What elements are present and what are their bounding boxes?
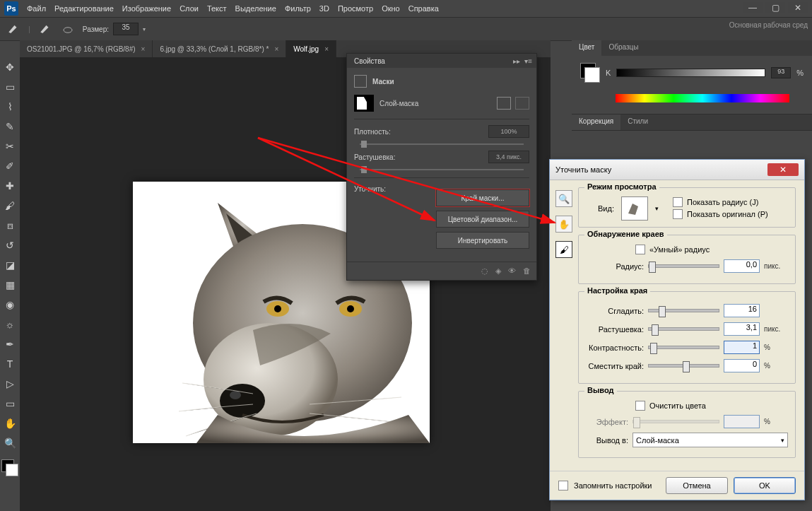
smart-radius-checkbox[interactable] [635,245,645,254]
zoom-tool[interactable]: 🔍 [2,435,18,451]
smooth-slider[interactable] [648,309,719,312]
menu-3d[interactable]: 3D [319,4,329,13]
brush-preset-icon[interactable] [37,23,53,35]
menu-image[interactable]: Изображение [122,4,171,13]
decon-label: Очистить цвета [649,401,706,410]
toggle-mask-icon[interactable]: 👁 [508,266,516,276]
color-tab[interactable]: Цвет [572,40,601,56]
radius-slider[interactable] [648,264,719,268]
styles-tab[interactable]: Стили [620,114,655,130]
doc-tab-2[interactable]: Wolf.jpg× [286,40,336,57]
brush-preset2-icon[interactable] [60,23,76,35]
size-input[interactable]: 35 [113,23,139,35]
mask-edge-button[interactable]: Край маски... [436,189,529,206]
menu-file[interactable]: Файл [27,4,46,13]
output-combo[interactable]: Слой-маска▾ [632,433,788,447]
density-slider[interactable] [360,143,524,145]
hue-bar[interactable] [616,94,789,102]
density-value[interactable]: 100% [488,125,529,138]
window-minimize[interactable]: — [743,2,763,13]
menu-select[interactable]: Выделение [235,4,276,13]
zoom-tool-icon[interactable]: 🔍 [555,190,572,207]
stamp-tool[interactable]: ⧈ [2,218,18,233]
contrast-unit: % [764,343,788,351]
panel-menu-icon[interactable]: ▾≡ [524,57,532,65]
eraser-tool[interactable]: ◪ [2,257,18,273]
hand-tool-icon[interactable]: ✋ [555,216,572,233]
delete-mask-icon[interactable]: 🗑 [523,266,531,276]
hand-tool[interactable]: ✋ [2,416,18,431]
fg-bg-colors[interactable] [1,459,18,476]
doc-tab-1[interactable]: 6.jpg @ 33,3% (Слой 1, RGB/8*) *× [153,40,286,57]
radius-label: Радиус: [586,262,644,271]
apply-mask-icon[interactable]: ◈ [495,266,501,276]
color-range-button[interactable]: Цветовой диапазон... [436,211,529,228]
properties-title: Свойства [347,57,392,65]
shape-tool[interactable]: ▭ [2,396,18,411]
ok-button[interactable]: OK [734,477,796,494]
brush-tool[interactable]: 🖌 [2,198,18,213]
move-tool[interactable]: ✥ [2,59,18,75]
window-maximize[interactable]: ▢ [765,2,785,13]
menu-type[interactable]: Текст [207,4,227,13]
dodge-tool[interactable]: ☼ [2,317,18,332]
load-selection-icon[interactable]: ◌ [481,266,488,276]
close-icon[interactable]: × [141,45,146,53]
dialog-close-button[interactable]: ✕ [767,163,799,176]
k-slider[interactable] [616,69,765,77]
blur-tool[interactable]: ◉ [2,297,18,312]
menu-edit[interactable]: Редактирование [54,4,114,13]
feather-dlg-slider[interactable] [648,327,719,331]
type-tool[interactable]: T [2,356,18,372]
vector-mask-icon[interactable] [515,97,529,110]
size-dropdown-icon[interactable]: ▾ [143,26,146,33]
feather-dlg-input[interactable]: 3,1 [724,322,760,336]
eyedropper-tool[interactable]: ✐ [2,158,18,174]
show-original-checkbox[interactable] [673,209,683,219]
view-thumbnail[interactable] [621,196,648,221]
panel-collapse-icon[interactable]: ▸▸ [513,57,520,65]
adjustments-tab[interactable]: Коррекция [572,114,620,130]
path-select-tool[interactable]: ▷ [2,376,18,392]
decon-checkbox[interactable] [635,401,645,411]
marquee-tool[interactable]: ▭ [2,79,18,95]
shift-slider[interactable] [648,364,719,368]
view-dropdown-icon[interactable]: ▾ [655,205,659,212]
swatches-tab[interactable]: Образцы [601,40,645,56]
contrast-slider[interactable] [648,346,719,349]
shift-input[interactable]: 0 [724,359,760,372]
menu-filter[interactable]: Фильтр [285,4,311,13]
radius-input[interactable]: 0,0 [724,259,760,273]
menu-help[interactable]: Справка [408,4,439,13]
invert-button[interactable]: Инвертировать [436,232,529,249]
history-brush-tool[interactable]: ↺ [2,237,18,253]
menu-layer[interactable]: Слои [180,4,199,13]
feather-slider[interactable] [360,169,524,170]
pixel-mask-icon[interactable] [497,97,511,110]
pen-tool[interactable]: ✒ [2,336,18,352]
doc-tab-0[interactable]: OS21001.JPG @ 16,7% (RGB/8#)× [20,40,153,57]
show-radius-checkbox[interactable] [673,197,683,207]
refine-brush-icon[interactable]: 🖌 [555,241,572,258]
smooth-input[interactable]: 16 [724,304,760,317]
k-value[interactable]: 93 [771,67,791,78]
window-close[interactable]: ✕ [788,2,808,13]
close-icon[interactable]: × [274,45,278,53]
remember-checkbox[interactable] [558,481,568,491]
close-icon[interactable]: × [324,45,329,53]
mask-thumbnail[interactable] [354,95,374,112]
menu-window[interactable]: Окно [382,4,400,13]
healing-tool[interactable]: ✚ [2,178,18,194]
show-radius-label: Показать радиус (J) [687,198,758,206]
cancel-button[interactable]: Отмена [666,477,728,494]
workspace-label[interactable]: Основная рабочая сред [729,21,808,29]
feather-value[interactable]: 3,4 пикс. [488,151,529,163]
gradient-tool[interactable]: ▦ [2,277,18,293]
lasso-tool[interactable]: ⌇ [2,99,18,114]
crop-tool[interactable]: ✂ [2,139,18,154]
quick-select-tool[interactable]: ✎ [2,119,18,134]
color-swatch[interactable] [580,63,600,83]
mask-mode-icon[interactable] [354,75,367,88]
menu-view[interactable]: Просмотр [338,4,373,13]
contrast-input[interactable]: 1 [724,341,760,354]
